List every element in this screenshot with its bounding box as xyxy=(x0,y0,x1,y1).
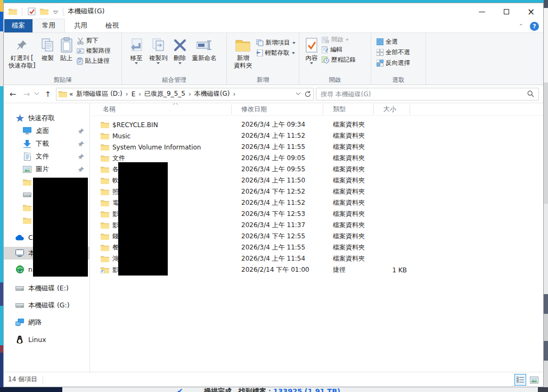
documents-icon xyxy=(23,152,31,161)
breadcrumb-separator-icon[interactable]: › xyxy=(186,90,193,98)
ribbon-group-open: 內容 開啟 xyxy=(299,33,371,85)
edit-button[interactable]: 編輯 xyxy=(322,46,356,54)
select-none-button[interactable]: 全部不選 xyxy=(377,48,410,56)
folder-icon xyxy=(101,222,109,229)
history-icon xyxy=(322,56,329,63)
up-icon[interactable]: ↑ xyxy=(42,90,54,98)
breadcrumb-separator-icon[interactable]: › xyxy=(136,90,143,98)
navigation-bar: ← → ↑ « 新增磁碟區 (D:) › E › 已復原_9_5_5 › 本機磁 xyxy=(4,85,543,103)
search-box[interactable] xyxy=(316,88,539,101)
new-item-button[interactable]: 新增項目 xyxy=(256,39,296,47)
tab-view[interactable]: 檢視 xyxy=(96,19,128,32)
pin-icon xyxy=(78,141,84,147)
rename-button[interactable]: 重新命名 xyxy=(190,35,219,63)
new-folder-qat-icon[interactable] xyxy=(39,7,49,16)
file-row[interactable]: Music2026/3/4 上午 11:52檔案資料夾 xyxy=(93,130,543,141)
copy-path-button[interactable]: 複製路徑 xyxy=(77,47,111,55)
file-name: 文件 xyxy=(112,154,125,163)
sidebar-item-linux[interactable]: Linux xyxy=(4,331,89,348)
group-label-open: 開啟 xyxy=(299,76,371,85)
breadcrumb-separator-icon[interactable]: › xyxy=(124,90,130,98)
folder-icon xyxy=(23,203,31,212)
history-button[interactable]: 歷程記錄 xyxy=(322,56,356,64)
help-icon[interactable]: ? xyxy=(530,22,539,31)
file-row[interactable]: $RECYCLE.BIN2026/3/4 上午 09:34檔案資料夾 xyxy=(93,119,543,130)
sidebar-item-drive-g[interactable]: 本機磁碟 (G:) xyxy=(4,297,89,314)
folder-icon xyxy=(101,166,109,173)
invert-selection-button[interactable]: 反向選擇 xyxy=(377,59,410,67)
paste-shortcut-button[interactable]: 貼上捷徑 xyxy=(77,57,111,65)
details-view-icon[interactable] xyxy=(514,374,526,386)
pin-icon xyxy=(78,154,84,160)
pin-to-quick-access-button[interactable]: 釘選到 [ 快速存取] xyxy=(6,35,38,71)
paste-icon xyxy=(60,36,73,54)
address-dropdown-icon[interactable] xyxy=(296,93,300,95)
redaction-box-file-names xyxy=(118,162,168,276)
copy-button[interactable]: 複製 xyxy=(39,35,57,63)
file-row[interactable]: System Volume Information2026/3/4 上午 11:… xyxy=(93,141,543,153)
move-to-dropdown-icon xyxy=(135,62,138,64)
screen: 本機磁碟(G) — × 檔案 常用 共用 檢視 ⌃ ? xyxy=(0,0,548,392)
explorer-window: 本機磁碟(G) — × 檔案 常用 共用 檢視 ⌃ ? xyxy=(3,3,544,387)
breadcrumb-item[interactable]: 已復原_9_5_5 xyxy=(144,89,185,98)
sidebar-item-documents[interactable]: 文件 xyxy=(4,150,89,163)
sidebar-item-drive-e[interactable]: 本機磁碟 (E:) xyxy=(4,280,89,297)
sidebar-item-desktop[interactable]: 桌面 xyxy=(4,124,89,137)
breadcrumb-separator-icon[interactable]: › xyxy=(231,90,238,98)
search-icon[interactable] xyxy=(527,90,534,97)
paste-button[interactable]: 貼上 xyxy=(58,35,75,63)
customize-qat-arrow-icon[interactable] xyxy=(52,7,59,16)
cut-button[interactable]: 剪下 xyxy=(77,37,111,45)
move-to-button[interactable]: 移至 xyxy=(127,35,146,66)
search-input[interactable] xyxy=(321,90,527,98)
select-all-button[interactable]: 全選 xyxy=(377,38,410,46)
ribbon-group-new: 新增 資料夾 新增項目 xyxy=(227,33,299,85)
file-type: 檔案資料夾 xyxy=(323,210,374,219)
green-globe-icon xyxy=(15,265,24,273)
file-type: 捷徑 xyxy=(323,265,374,274)
sidebar-item-quick-access[interactable]: 快速存取 xyxy=(4,112,89,124)
copy-to-button[interactable]: 複製到 xyxy=(147,35,170,66)
back-icon[interactable]: ← xyxy=(7,89,19,99)
folder-icon xyxy=(23,178,31,186)
refresh-icon[interactable] xyxy=(305,91,311,97)
minimize-button[interactable]: — xyxy=(470,3,494,20)
address-bar[interactable]: « 新增磁碟區 (D:) › E › 已復原_9_5_5 › 本機磁碟(G) › xyxy=(56,88,314,101)
breadcrumb-item[interactable]: E xyxy=(132,90,136,98)
delete-button[interactable]: 刪除 xyxy=(171,35,189,66)
file-date: 2026/3/4 上午 11:50 xyxy=(232,176,323,185)
tab-share[interactable]: 共用 xyxy=(65,19,96,32)
folder-shortcut-icon xyxy=(101,266,109,273)
file-type: 檔案資料夾 xyxy=(323,143,374,152)
forward-icon[interactable]: → xyxy=(21,89,32,99)
easy-access-button[interactable]: 輕鬆存取 xyxy=(256,49,296,57)
linux-penguin-icon xyxy=(15,335,24,344)
recent-locations-icon[interactable] xyxy=(35,93,40,95)
breadcrumb-item[interactable]: 本機磁碟(G) xyxy=(194,89,230,98)
column-header-name[interactable]: 名稱 xyxy=(93,105,232,114)
folder-icon xyxy=(101,188,109,195)
sidebar-item-pictures[interactable]: 圖片 xyxy=(4,163,89,176)
maximize-button[interactable] xyxy=(494,3,519,20)
group-label-new: 新增 xyxy=(227,76,299,85)
collapse-ribbon-icon[interactable]: ⌃ xyxy=(519,23,524,30)
column-header-date[interactable]: 修改日期 xyxy=(232,105,323,114)
large-icons-view-icon[interactable] xyxy=(528,374,540,386)
maximize-icon xyxy=(504,9,509,14)
sidebar-item-downloads[interactable]: 下載 xyxy=(4,137,89,150)
delete-icon xyxy=(173,36,187,54)
titlebar: 本機磁碟(G) — × xyxy=(4,3,543,20)
properties-qat-icon[interactable] xyxy=(27,7,36,16)
new-folder-button[interactable]: 新增 資料夾 xyxy=(232,35,255,71)
tab-file[interactable]: 檔案 xyxy=(4,19,32,32)
column-header-type[interactable]: 類型 xyxy=(323,105,374,114)
tab-home[interactable]: 常用 xyxy=(32,19,65,32)
close-button[interactable]: × xyxy=(519,3,543,20)
breadcrumb-overflow[interactable]: « xyxy=(69,90,73,98)
breadcrumb-item[interactable]: 新增磁碟區 (D:) xyxy=(74,89,122,98)
open-button[interactable]: 開啟 xyxy=(322,36,356,44)
file-date: 2026/3/4 下午 12:52 xyxy=(232,187,323,196)
column-header-size[interactable]: 大小 xyxy=(374,105,410,114)
sidebar-item-network[interactable]: 網路 xyxy=(4,314,89,331)
properties-button[interactable]: 內容 xyxy=(303,35,320,66)
